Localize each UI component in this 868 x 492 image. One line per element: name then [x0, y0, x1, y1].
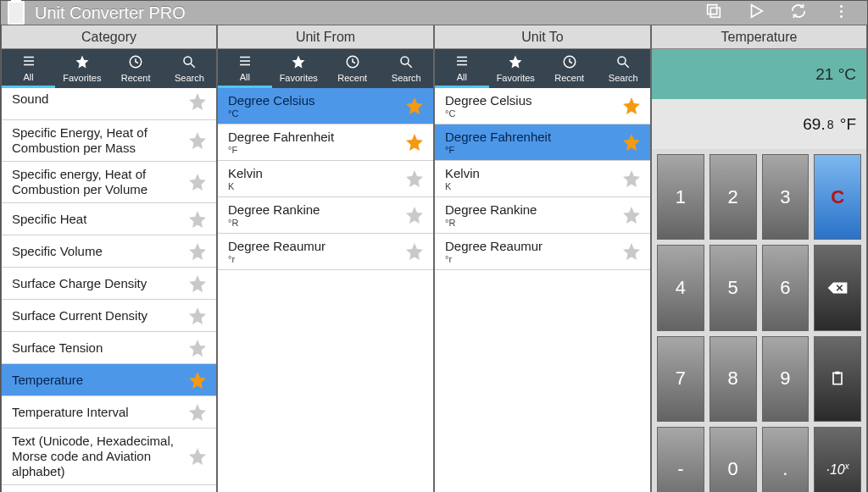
search-icon: [181, 54, 197, 71]
key-1[interactable]: 1: [657, 154, 704, 240]
svg-line-14: [409, 64, 413, 68]
column-header-category: Category: [2, 25, 216, 49]
svg-point-13: [401, 57, 409, 64]
tab-label: Search: [175, 73, 204, 83]
category-row[interactable]: Specific Heat: [2, 203, 216, 235]
star-icon[interactable]: [187, 338, 208, 358]
star-icon[interactable]: [187, 130, 208, 151]
favorites-icon: [291, 54, 306, 71]
column-header-unit-to: Unit To: [435, 25, 650, 49]
unit-from-row[interactable]: Degree Fahrenheit°F: [218, 124, 433, 161]
star-icon[interactable]: [187, 274, 208, 294]
category-tab-all[interactable]: All: [2, 49, 55, 88]
key-8[interactable]: 8: [709, 336, 757, 422]
more-icon[interactable]: [832, 2, 850, 20]
category-tabs: AllFavoritesRecentSearch: [2, 49, 216, 88]
svg-rect-17: [457, 64, 467, 65]
unit-from-row[interactable]: Degree Reaumur°r: [218, 234, 433, 270]
star-icon[interactable]: [621, 96, 642, 116]
category-tab-favorites[interactable]: Favorites: [55, 49, 108, 88]
category-row[interactable]: Sound: [2, 88, 216, 120]
unit-from-tabs: AllFavoritesRecentSearch: [218, 49, 433, 88]
star-icon[interactable]: [621, 169, 642, 189]
unit-from-row[interactable]: Degree Celsius°C: [218, 88, 433, 124]
category-row[interactable]: Thermal Conductivity: [2, 485, 216, 492]
unit-from-row[interactable]: Degree Rankine°R: [218, 197, 433, 234]
key-4[interactable]: 4: [657, 245, 704, 330]
key-exponent[interactable]: ·10x: [814, 427, 861, 492]
unit-to-row[interactable]: KelvinK: [435, 161, 650, 197]
category-row[interactable]: Text (Unicode, Hexadecimal, Morse code a…: [2, 428, 216, 485]
category-name: Specific Energy, Heat of Combustion per …: [12, 125, 187, 156]
star-icon[interactable]: [187, 209, 208, 229]
key-clear[interactable]: C: [814, 154, 861, 240]
all-icon: [21, 53, 36, 70]
key-dot[interactable]: .: [762, 427, 810, 492]
category-row[interactable]: Specific energy, Heat of Combustion per …: [2, 162, 216, 203]
category-row[interactable]: Specific Volume: [2, 235, 216, 268]
unit-from-tab-favorites[interactable]: Favorites: [272, 49, 326, 88]
unit-name: Degree Rankine: [228, 202, 404, 218]
star-icon[interactable]: [404, 169, 425, 189]
unit-to-tab-all[interactable]: All: [435, 49, 489, 88]
category-row[interactable]: Temperature Interval: [2, 396, 216, 428]
star-icon[interactable]: [187, 402, 208, 423]
star-icon[interactable]: [404, 132, 425, 152]
category-name: Specific Heat: [12, 212, 187, 227]
star-icon[interactable]: [404, 241, 425, 262]
svg-rect-15: [457, 56, 467, 58]
star-icon[interactable]: [187, 172, 208, 192]
star-icon[interactable]: [404, 205, 425, 225]
key-3[interactable]: 3: [762, 154, 810, 240]
unit-to-tab-recent[interactable]: Recent: [542, 49, 597, 88]
column-header-unit-from: Unit From: [218, 25, 433, 49]
unit-to-row[interactable]: Degree Rankine°R: [435, 197, 650, 234]
unit-from-row[interactable]: KelvinK: [218, 161, 433, 197]
key-paste[interactable]: [814, 336, 861, 422]
unit-to-row[interactable]: Degree Reaumur°r: [435, 234, 650, 270]
key-6[interactable]: 6: [762, 245, 810, 330]
svg-point-7: [184, 57, 192, 64]
category-row[interactable]: Specific Energy, Heat of Combustion per …: [2, 120, 216, 162]
star-icon[interactable]: [187, 306, 208, 326]
star-icon[interactable]: [621, 132, 642, 152]
star-icon[interactable]: [187, 241, 208, 262]
unit-to-tab-favorites[interactable]: Favorites: [489, 49, 543, 88]
star-icon[interactable]: [187, 370, 208, 390]
star-icon[interactable]: [404, 96, 425, 116]
unit-from-tab-search[interactable]: Search: [380, 49, 434, 88]
output-readout[interactable]: 69.8 °F: [652, 99, 866, 149]
category-row[interactable]: Surface Current Density: [2, 300, 216, 332]
unit-to-tab-search[interactable]: Search: [597, 49, 651, 88]
category-row[interactable]: Surface Tension: [2, 332, 216, 364]
key-9[interactable]: 9: [762, 336, 810, 422]
refresh-icon[interactable]: [789, 2, 808, 24]
search-icon: [398, 54, 414, 71]
star-icon[interactable]: [621, 241, 642, 262]
category-row[interactable]: Temperature: [2, 364, 216, 396]
unit-to-row[interactable]: Degree Celsius°C: [435, 88, 650, 124]
input-readout[interactable]: 21 °C: [652, 49, 866, 99]
svg-point-19: [618, 57, 626, 64]
key-0[interactable]: 0: [709, 427, 757, 492]
unit-to-row[interactable]: Degree Fahrenheit°F: [435, 124, 650, 161]
output-whole: 69.: [803, 115, 825, 134]
category-row[interactable]: Surface Charge Density: [2, 268, 216, 300]
key-2[interactable]: 2: [709, 154, 757, 240]
key-7[interactable]: 7: [657, 336, 704, 422]
key-backspace[interactable]: [814, 245, 861, 330]
category-tab-search[interactable]: Search: [163, 49, 216, 88]
star-icon[interactable]: [621, 205, 642, 225]
play-icon[interactable]: [747, 2, 765, 24]
copy-icon[interactable]: [704, 2, 723, 24]
unit-from-tab-all[interactable]: All: [218, 49, 272, 88]
recent-icon: [128, 54, 143, 71]
category-tab-recent[interactable]: Recent: [109, 49, 163, 88]
unit-from-tab-recent[interactable]: Recent: [326, 49, 380, 88]
recent-icon: [562, 54, 577, 71]
key-minus[interactable]: -: [657, 427, 704, 492]
star-icon[interactable]: [187, 91, 208, 112]
key-5[interactable]: 5: [709, 245, 757, 330]
tab-label: All: [457, 72, 467, 82]
star-icon[interactable]: [187, 446, 208, 467]
